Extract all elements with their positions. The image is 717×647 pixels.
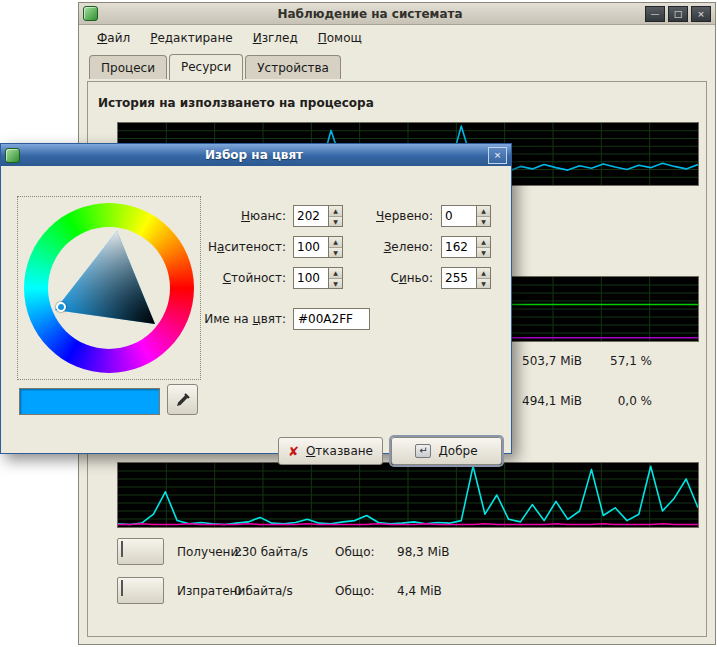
color-preview-swatch (19, 388, 160, 415)
cancel-button-label: Отказване (306, 444, 373, 458)
sent-color-swatch (121, 580, 123, 596)
red-down-icon[interactable]: ▼ (477, 217, 490, 227)
memory-percent: 57,1 % (588, 354, 652, 368)
blue-input[interactable] (442, 268, 476, 288)
red-spin-buttons: ▲▼ (476, 206, 490, 226)
tab-resources[interactable]: Ресурси (169, 54, 243, 80)
menu-view[interactable]: Изглед (243, 27, 308, 49)
network-history-chart (117, 462, 699, 528)
value-spinbox[interactable]: ▲▼ (293, 267, 343, 289)
received-rate: 230 байта/s (234, 545, 335, 559)
green-label: Зелено: (351, 236, 433, 259)
blue-spinbox[interactable]: ▲▼ (441, 267, 491, 289)
tab-strip: Процеси Ресурси Устройства (79, 51, 715, 79)
menubar: Файл Редактиране Изглед Помощ (79, 25, 715, 51)
blue-label: Синьо: (351, 267, 433, 290)
hue-down-icon[interactable]: ▼ (329, 217, 342, 227)
network-received-row: Получени: 230 байта/s Общо: 98,3 MiB (117, 538, 449, 565)
close-button[interactable]: × (691, 6, 711, 22)
red-label: Червено: (351, 205, 433, 228)
saturation-input[interactable] (294, 237, 328, 257)
received-total: 98,3 MiB (397, 545, 449, 559)
memory-amount: 503,7 MiB (522, 354, 582, 368)
blue-up-icon[interactable]: ▲ (477, 268, 490, 279)
sent-color-button[interactable] (117, 577, 164, 604)
ok-button[interactable]: ↵ Добре (391, 437, 502, 465)
green-up-icon[interactable]: ▲ (477, 237, 490, 248)
sent-rate: 0 байта/s (234, 584, 335, 598)
saturation-label: Наситеност: (204, 236, 286, 259)
hue-up-icon[interactable]: ▲ (329, 206, 342, 217)
saturation-spin-buttons: ▲▼ (328, 237, 342, 257)
green-input[interactable] (442, 237, 476, 257)
hue-label: Нюанс: (204, 205, 286, 228)
menu-file[interactable]: Файл (87, 27, 140, 49)
value-up-icon[interactable]: ▲ (329, 268, 342, 279)
sent-total: 4,4 MiB (397, 584, 442, 598)
tab-processes[interactable]: Процеси (89, 55, 167, 79)
value-input[interactable] (294, 268, 328, 288)
value-label: Стойност: (204, 267, 286, 290)
eyedropper-button[interactable] (167, 384, 198, 415)
color-selector-ring[interactable] (56, 302, 66, 312)
color-wheel-frame (17, 196, 201, 380)
ok-button-label: Добре (438, 444, 477, 458)
green-spin-buttons: ▲▼ (476, 237, 490, 257)
saturation-up-icon[interactable]: ▲ (329, 237, 342, 248)
hue-spin-buttons: ▲▼ (328, 206, 342, 226)
green-down-icon[interactable]: ▼ (477, 248, 490, 258)
received-total-label: Общо: (335, 545, 397, 559)
received-label: Получени: (177, 545, 234, 559)
dialog-titlebar[interactable]: Избор на цвят × (1, 144, 511, 166)
received-color-swatch (121, 541, 123, 557)
cancel-button[interactable]: ✘ Отказване (278, 437, 383, 465)
received-color-button[interactable] (117, 538, 164, 565)
dialog-body: Нюанс: ▲▼ Наситеност: ▲▼ Стойност: ▲▼ Че… (1, 166, 511, 455)
color-name-label: Име на цвят: (166, 308, 286, 331)
minimize-button[interactable]: — (645, 6, 665, 22)
green-spinbox[interactable]: ▲▼ (441, 236, 491, 258)
tab-devices[interactable]: Устройства (245, 55, 341, 79)
value-spin-buttons: ▲▼ (328, 268, 342, 288)
network-sent-row: Изпратени: 0 байта/s Общо: 4,4 MiB (117, 577, 442, 604)
ok-icon: ↵ (415, 444, 431, 458)
main-titlebar[interactable]: Наблюдение на системата — □ × (79, 3, 715, 25)
color-name-input[interactable] (293, 308, 370, 330)
swap-amount: 494,1 MiB (522, 394, 582, 408)
eyedropper-icon (175, 392, 191, 408)
maximize-button[interactable]: □ (668, 6, 688, 22)
menu-edit[interactable]: Редактиране (140, 27, 243, 49)
window-title: Наблюдение на системата (98, 7, 642, 21)
dialog-icon (5, 148, 20, 163)
red-up-icon[interactable]: ▲ (477, 206, 490, 217)
cpu-history-heading: История на използването на процесора (98, 96, 374, 110)
sent-label: Изпратени: (177, 584, 234, 598)
saturation-down-icon[interactable]: ▼ (329, 248, 342, 258)
value-down-icon[interactable]: ▼ (329, 279, 342, 289)
hue-input[interactable] (294, 206, 328, 226)
hue-spinbox[interactable]: ▲▼ (293, 205, 343, 227)
color-picker-dialog: Избор на цвят × Нюанс: ▲▼ Наситеност: (0, 143, 512, 454)
blue-down-icon[interactable]: ▼ (477, 279, 490, 289)
red-spinbox[interactable]: ▲▼ (441, 205, 491, 227)
saturation-spinbox[interactable]: ▲▼ (293, 236, 343, 258)
red-input[interactable] (442, 206, 476, 226)
cancel-icon: ✘ (288, 444, 299, 459)
sent-total-label: Общо: (335, 584, 397, 598)
dialog-title: Избор на цвят (20, 148, 488, 162)
swap-percent: 0,0 % (588, 394, 652, 408)
dialog-close-button[interactable]: × (488, 147, 507, 164)
blue-spin-buttons: ▲▼ (476, 268, 490, 288)
color-wheel[interactable] (24, 203, 194, 373)
menu-help[interactable]: Помощ (308, 27, 372, 49)
app-icon (83, 6, 98, 21)
